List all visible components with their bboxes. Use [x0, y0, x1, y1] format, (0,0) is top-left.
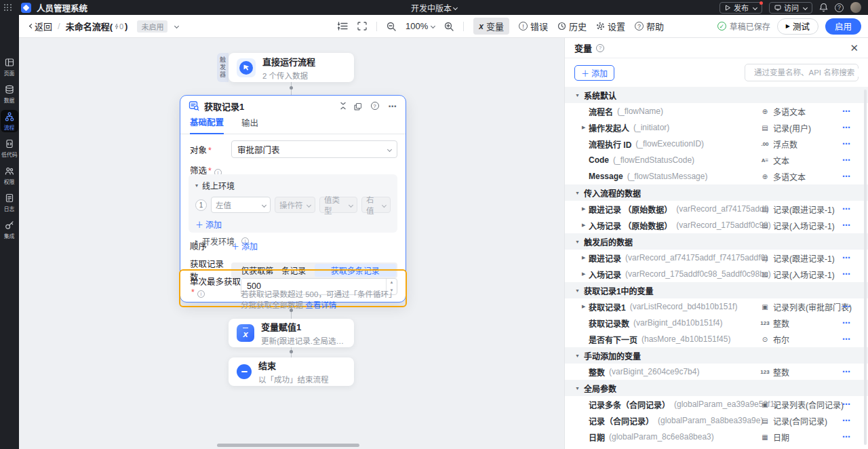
right-value-select[interactable]: 右值: [361, 197, 391, 213]
flow-canvas[interactable]: 触发器 直接运行流程 2 个传入数据 获取记录1 ? ⋯ 基础配置 输出 对象*…: [19, 38, 564, 449]
row-more-button[interactable]: ⋯: [842, 204, 851, 214]
sidebar-item-integration[interactable]: 集成: [1, 218, 18, 241]
sidebar-item-perm[interactable]: 权限: [1, 164, 18, 187]
bell-icon[interactable]: [819, 3, 828, 12]
row-more-button[interactable]: ⋯: [842, 318, 851, 328]
horizontal-scrollbar[interactable]: [217, 444, 359, 447]
row-more-button[interactable]: ⋯: [842, 334, 851, 344]
enable-button[interactable]: 启用: [825, 18, 861, 35]
row-more-button[interactable]: ⋯: [842, 220, 851, 230]
version-switcher[interactable]: 开发中版本: [411, 2, 457, 14]
variable-row[interactable]: ▶操作发起人(_initiator)▤记录(用户)⋯: [565, 119, 868, 136]
row-more-button[interactable]: ⋯: [842, 123, 851, 132]
variables-button[interactable]: x变量: [473, 18, 509, 35]
variable-row[interactable]: Message(_flowStatusMessage)⊕多语文本⋯: [565, 168, 868, 184]
variable-row[interactable]: ▶跟进记录(varRecord_af74175addf_f74175addf0)…: [565, 250, 868, 266]
expand-arrow-icon[interactable]: ▶: [582, 125, 589, 130]
variable-row[interactable]: ▶入场记录(varRecord_175addf0c98_5addf0c98bc)…: [565, 266, 868, 282]
collapse-icon[interactable]: [340, 102, 347, 110]
help-button[interactable]: ?帮助: [635, 20, 664, 33]
help-icon[interactable]: ?: [835, 3, 844, 12]
value-type-select[interactable]: 值类型: [319, 197, 357, 213]
variable-row[interactable]: 整数(varBigint_2604ce9c7b4)123整数⋯: [565, 364, 868, 380]
tab-basic-config[interactable]: 基础配置: [190, 115, 224, 134]
variable-row[interactable]: ▶获取记录1(varListRecord_bd4b10b151f)▣记录列表(审…: [565, 298, 868, 315]
expand-arrow-icon[interactable]: ▶: [582, 222, 589, 228]
expand-arrow-icon[interactable]: ▶: [582, 304, 589, 309]
publish-button[interactable]: 发布: [719, 2, 762, 14]
expand-arrow-icon[interactable]: ▶: [582, 271, 589, 277]
variable-group-header[interactable]: ▼传入流程的数据: [565, 184, 868, 201]
variable-row[interactable]: 获取记录数(varBigint_d4b10b151f4)123整数⋯: [565, 315, 868, 331]
help-icon[interactable]: ?: [371, 102, 379, 110]
variable-group-header[interactable]: ▼手动添加的变量: [565, 347, 868, 364]
errors-button[interactable]: !错误: [519, 20, 548, 33]
node-end[interactable]: 结束 以「成功」结束流程: [229, 357, 354, 386]
expand-arrow-icon[interactable]: ▶: [582, 255, 589, 260]
help-icon[interactable]: ?: [596, 44, 604, 52]
chevron-down-icon[interactable]: [174, 24, 179, 28]
variable-row[interactable]: 流程名(_flowName)⊕多语文本⋯: [565, 103, 868, 119]
sidebar-item-data[interactable]: 数据: [1, 83, 18, 105]
duplicate-icon[interactable]: [356, 103, 361, 109]
variable-row[interactable]: 日期(globalParam_8c6e8a8bea3)▦日期⋯: [565, 429, 868, 445]
variable-row[interactable]: ▶入场记录 （原始数据）(varRecord_175addf0c98)▤记录(入…: [565, 217, 868, 233]
back-button[interactable]: 返回: [30, 20, 52, 33]
sidebar-item-flow[interactable]: 流程: [1, 110, 18, 132]
settings-button[interactable]: 设置: [596, 20, 625, 33]
test-button[interactable]: ▶测试: [777, 18, 818, 35]
variable-group-header[interactable]: ▼获取记录1中的变量: [565, 282, 868, 298]
variable-row[interactable]: 流程执行 ID(_flowExecutionID).00浮点数⋯: [565, 136, 868, 152]
add-order-button[interactable]: ＋ 添加: [231, 240, 258, 252]
visit-button[interactable]: 访问: [769, 2, 812, 14]
tab-output[interactable]: 输出: [241, 116, 258, 134]
sidebar-item-logs[interactable]: 日志: [1, 191, 18, 214]
add-variable-button[interactable]: ＋ 添加: [574, 65, 614, 81]
row-more-button[interactable]: ⋯: [842, 302, 851, 311]
row-more-button[interactable]: ⋯: [842, 139, 851, 149]
sidebar-item-lowcode[interactable]: 低代码: [1, 137, 18, 159]
row-more-button[interactable]: ⋯: [842, 416, 851, 425]
left-value-select[interactable]: 左值: [211, 197, 271, 213]
row-more-button[interactable]: ⋯: [842, 432, 851, 442]
history-button[interactable]: 历史: [557, 20, 587, 33]
variable-row[interactable]: Code(_flowEndStatusCode)A≡文本⋯: [565, 152, 868, 168]
triangle-down-icon: ▼: [575, 288, 580, 293]
row-more-button[interactable]: ⋯: [842, 399, 851, 409]
auto-layout-icon[interactable]: [338, 22, 348, 31]
sidebar-item-pages[interactable]: 页面: [1, 56, 18, 78]
fit-view-icon[interactable]: [357, 22, 367, 31]
variable-row[interactable]: 记录多条（合同记录）(globalParam_ea39a9e52f1)▣记录列表…: [565, 396, 868, 412]
variable-group-header[interactable]: ▼触发后的数据: [565, 233, 868, 250]
zoom-out-icon[interactable]: [387, 22, 396, 31]
expand-arrow-icon[interactable]: ▶: [582, 206, 589, 212]
variable-group-header[interactable]: ▼全局参数: [565, 380, 868, 396]
variable-row[interactable]: 是否有下一页(hasMore_4b10b151f45)⊙布尔⋯: [565, 331, 868, 347]
trigger-tab[interactable]: 触发器: [217, 53, 229, 82]
online-env-toggle[interactable]: ▾线上环境: [195, 180, 391, 191]
row-more-button[interactable]: ⋯: [842, 269, 851, 279]
row-more-button[interactable]: ⋯: [842, 106, 851, 116]
node-trigger[interactable]: 直接运行流程 2 个传入数据: [229, 53, 354, 82]
more-icon[interactable]: ⋯: [389, 101, 398, 111]
zoom-level-select[interactable]: 100%: [406, 21, 435, 31]
row-more-button[interactable]: ⋯: [842, 367, 851, 376]
operator-select[interactable]: 操作符: [275, 197, 315, 213]
app-launcher-icon[interactable]: [4, 4, 12, 12]
search-input[interactable]: [754, 69, 859, 77]
variable-row[interactable]: ▶跟进记录 （原始数据）(varRecord_af74175addf)▤记录(跟…: [565, 201, 868, 217]
vertical-scrollbar[interactable]: [864, 90, 867, 445]
variable-row[interactable]: 记录（合同记录）(globalParam_8a8bea39a9e)▤记录(合同记…: [565, 412, 868, 429]
row-more-button[interactable]: ⋯: [842, 172, 851, 181]
node-assign-variable[interactable]: x 变量赋值1 更新{跟进记录.全局选项-异动状态}、...: [229, 319, 354, 347]
row-more-button[interactable]: ⋯: [842, 253, 851, 262]
row-more-button[interactable]: ⋯: [842, 155, 851, 165]
variable-group-header[interactable]: ▼系统默认: [565, 87, 868, 103]
node-get-records-config[interactable]: 获取记录1 ? ⋯ 基础配置 输出 对象* 审批部门表 筛选*i ▾线上环境 1…: [180, 95, 406, 302]
close-icon[interactable]: ✕: [850, 43, 859, 53]
avatar[interactable]: [850, 2, 861, 13]
add-condition-button[interactable]: ＋ 添加: [195, 218, 222, 230]
view-details-link[interactable]: 查看详情: [305, 301, 336, 309]
zoom-in-icon[interactable]: [444, 22, 454, 31]
object-select[interactable]: 审批部门表: [231, 140, 397, 158]
